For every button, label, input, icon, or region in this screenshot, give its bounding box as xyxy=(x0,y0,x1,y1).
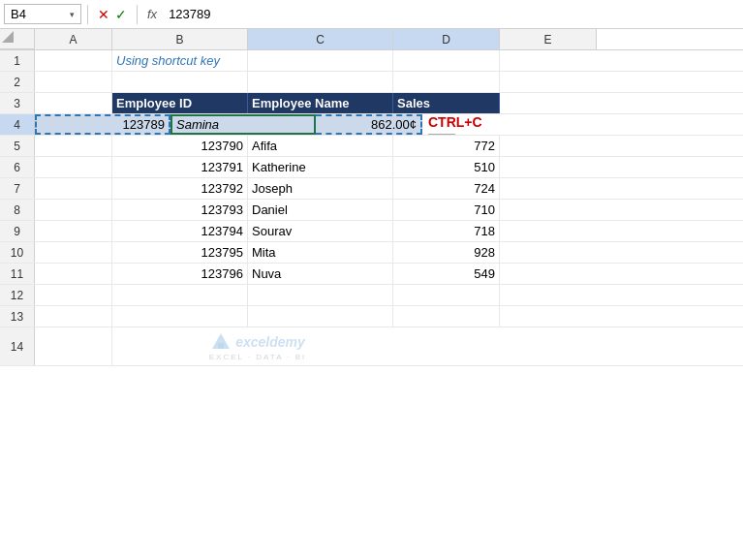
cell-d3[interactable]: Sales xyxy=(393,93,500,113)
row-8: 8 123793 Daniel 710 xyxy=(0,200,743,221)
cell-b3[interactable]: Employee ID xyxy=(112,93,248,113)
row-header-7: 7 xyxy=(0,178,35,199)
cell-c5[interactable]: Afifa xyxy=(248,136,393,156)
cell-a11[interactable] xyxy=(35,264,112,284)
cell-d12[interactable] xyxy=(393,285,500,305)
cell-a10[interactable] xyxy=(35,242,112,263)
row-7: 7 123792 Joseph 724 xyxy=(0,178,743,200)
cell-b13[interactable] xyxy=(112,306,248,327)
cell-e13[interactable] xyxy=(500,306,597,327)
col-header-b[interactable]: B xyxy=(112,29,248,49)
name-box[interactable]: B4 ▾ xyxy=(4,4,81,24)
cell-d1[interactable] xyxy=(393,50,500,71)
cell-c2[interactable] xyxy=(248,72,393,92)
ctrl-c-label: CTRL+C xyxy=(428,114,482,130)
cell-e5[interactable] xyxy=(500,136,597,156)
cell-c1[interactable] xyxy=(248,50,393,71)
cell-e9[interactable] xyxy=(500,221,597,241)
cell-e6[interactable] xyxy=(500,157,597,177)
row-12: 12 xyxy=(0,285,743,306)
cell-b9[interactable]: 123794 xyxy=(112,221,248,241)
cell-c9[interactable]: Sourav xyxy=(248,221,393,241)
row-header-12: 12 xyxy=(0,285,35,305)
cell-d2[interactable] xyxy=(393,72,500,92)
cell-c7[interactable]: Joseph xyxy=(248,178,393,199)
cell-c6[interactable]: Katherine xyxy=(248,157,393,177)
name-box-value: B4 xyxy=(11,7,26,21)
col-header-c[interactable]: C xyxy=(248,29,393,49)
cell-b7[interactable]: 123792 xyxy=(112,178,248,199)
row-header-11: 11 xyxy=(0,264,35,284)
formula-bar-divider2 xyxy=(137,5,138,24)
cell-d13[interactable] xyxy=(393,306,500,327)
cell-a9[interactable] xyxy=(35,221,112,241)
cell-d11[interactable]: 549 xyxy=(393,264,500,284)
cell-b8[interactable]: 123793 xyxy=(112,200,248,220)
col-header-a[interactable]: A xyxy=(35,29,112,49)
cell-e2[interactable] xyxy=(500,72,597,92)
cell-a6[interactable] xyxy=(35,157,112,177)
cell-a3[interactable] xyxy=(35,93,112,113)
cell-e4[interactable]: CTRL+C xyxy=(422,114,519,135)
cell-e12[interactable] xyxy=(500,285,597,305)
cell-e8[interactable] xyxy=(500,200,597,220)
cell-a7[interactable] xyxy=(35,178,112,199)
cell-d9[interactable]: 718 xyxy=(393,221,500,241)
cell-a13[interactable] xyxy=(35,306,112,327)
cell-e11[interactable] xyxy=(500,264,597,284)
grid-body: 1 Using shortcut key 2 3 Employee ID Emp… xyxy=(0,50,743,366)
cell-b10[interactable]: 123795 xyxy=(112,242,248,263)
row-header-10: 10 xyxy=(0,242,35,263)
cell-b6[interactable]: 123791 xyxy=(112,157,248,177)
cell-c3[interactable]: Employee Name xyxy=(248,93,393,113)
cell-c13[interactable] xyxy=(248,306,393,327)
cell-b5[interactable]: 123790 xyxy=(112,136,248,156)
cell-a5[interactable] xyxy=(35,136,112,156)
formula-bar-icons: ✕ ✓ xyxy=(94,7,131,22)
row-6: 6 123791 Katherine 510 xyxy=(0,157,743,178)
fx-label: fx xyxy=(143,7,161,21)
cell-c10[interactable]: Mita xyxy=(248,242,393,263)
confirm-formula-icon[interactable]: ✓ xyxy=(115,7,127,22)
cell-e1[interactable] xyxy=(500,50,597,71)
cell-b11[interactable]: 123796 xyxy=(112,264,248,284)
formula-input[interactable] xyxy=(165,5,739,23)
row-5: 5 123790 Afifa 772 xyxy=(0,136,743,157)
paste-icon-button[interactable] xyxy=(428,134,455,135)
col-header-e[interactable]: E xyxy=(500,29,597,49)
cell-b4[interactable]: 123789 xyxy=(35,114,170,135)
cell-b2[interactable] xyxy=(112,72,248,92)
cell-a14[interactable] xyxy=(35,327,112,365)
col-headers: A B C D E xyxy=(0,29,743,50)
cell-d5[interactable]: 772 xyxy=(393,136,500,156)
svg-marker-0 xyxy=(2,31,14,43)
cell-a12[interactable] xyxy=(35,285,112,305)
name-box-arrow-icon: ▾ xyxy=(70,10,75,19)
cell-e3[interactable] xyxy=(500,93,597,113)
row-header-4: 4 xyxy=(0,114,35,135)
cell-c8[interactable]: Daniel xyxy=(248,200,393,220)
cell-c12[interactable] xyxy=(248,285,393,305)
row-13: 13 xyxy=(0,306,743,327)
cell-d10[interactable]: 928 xyxy=(393,242,500,263)
cell-c4[interactable]: Samina xyxy=(170,114,316,135)
cell-d8[interactable]: 710 xyxy=(393,200,500,220)
cell-a1[interactable] xyxy=(35,50,112,71)
cell-d7[interactable]: 724 xyxy=(393,178,500,199)
col-header-d[interactable]: D xyxy=(393,29,500,49)
row-3: 3 Employee ID Employee Name Sales xyxy=(0,93,743,114)
row-10: 10 123795 Mita 928 xyxy=(0,242,743,264)
cell-b12[interactable] xyxy=(112,285,248,305)
cell-d6[interactable]: 510 xyxy=(393,157,500,177)
row-header-2: 2 xyxy=(0,72,35,92)
row-header-9: 9 xyxy=(0,221,35,241)
cell-e7[interactable] xyxy=(500,178,597,199)
cancel-formula-icon[interactable]: ✕ xyxy=(98,7,109,22)
cell-b1[interactable]: Using shortcut key xyxy=(112,50,248,71)
cell-a8[interactable] xyxy=(35,200,112,220)
cell-e10[interactable] xyxy=(500,242,597,263)
cell-d4[interactable]: 862.00¢ xyxy=(316,114,422,135)
spreadsheet: A B C D E 1 Using shortcut key 2 3 xyxy=(0,29,743,560)
cell-a2[interactable] xyxy=(35,72,112,92)
cell-c11[interactable]: Nuva xyxy=(248,264,393,284)
